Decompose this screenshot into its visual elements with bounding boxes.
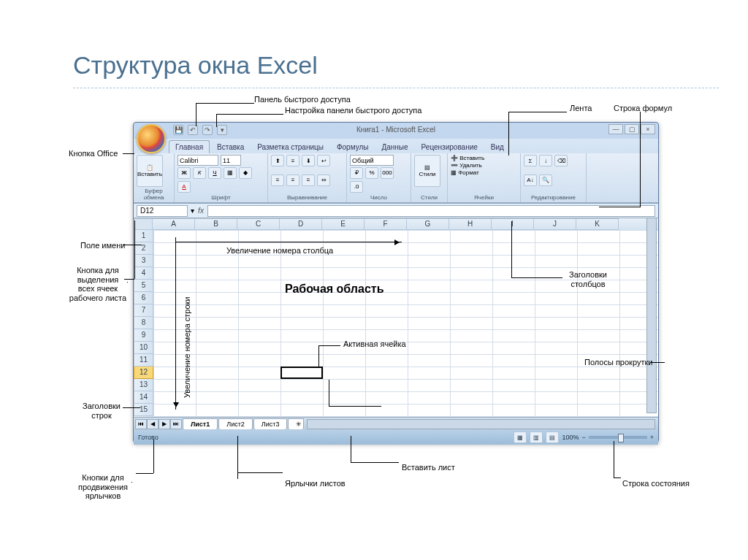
col-h[interactable]: H bbox=[449, 218, 492, 230]
bold-button[interactable]: Ж bbox=[178, 167, 191, 179]
col-b[interactable]: B bbox=[195, 218, 237, 230]
row-8[interactable]: 8 bbox=[134, 317, 153, 329]
percent-icon[interactable]: % bbox=[365, 167, 378, 179]
tab-review[interactable]: Рецензирование bbox=[416, 141, 484, 153]
underline-button[interactable]: Ч bbox=[208, 167, 221, 179]
row-7[interactable]: 7 bbox=[134, 304, 153, 317]
font-size-select[interactable] bbox=[221, 155, 241, 166]
row-12[interactable]: 12 bbox=[134, 367, 153, 379]
cell-grid[interactable]: Увеличение номера столбца Увеличение ном… bbox=[153, 230, 658, 417]
align-mid-icon[interactable]: ≡ bbox=[286, 155, 299, 166]
border-button[interactable]: ▦ bbox=[224, 167, 237, 179]
zoom-slider[interactable] bbox=[589, 436, 647, 439]
inc-decimal-icon[interactable]: .0 bbox=[350, 181, 363, 193]
vertical-scrollbar[interactable] bbox=[646, 218, 657, 413]
insert-sheet-button[interactable]: ✳ bbox=[288, 418, 304, 429]
row-3[interactable]: 3 bbox=[134, 255, 153, 267]
align-top-icon[interactable]: ⬆ bbox=[271, 155, 284, 166]
row-10[interactable]: 10 bbox=[134, 342, 153, 354]
italic-button[interactable]: К bbox=[193, 167, 206, 179]
zoom-out-button[interactable]: − bbox=[581, 434, 585, 441]
sheet-tab-3[interactable]: Лист3 bbox=[253, 418, 288, 429]
merge-icon[interactable]: ⇔ bbox=[317, 174, 330, 186]
callout-sheet-tabs: Ярлычки листов bbox=[285, 479, 346, 488]
font-name-select[interactable] bbox=[178, 155, 218, 166]
find-icon[interactable]: 🔍 bbox=[539, 174, 552, 186]
col-c[interactable]: C bbox=[237, 218, 280, 230]
row-1[interactable]: 1 bbox=[134, 230, 153, 242]
minimize-button[interactable]: — bbox=[608, 124, 623, 134]
col-i[interactable]: I bbox=[492, 218, 534, 230]
align-left-icon[interactable]: ≡ bbox=[271, 174, 284, 186]
styles-button[interactable]: ▤Стили bbox=[414, 155, 440, 187]
clear-icon[interactable]: ⌫ bbox=[554, 155, 568, 166]
view-normal-icon[interactable]: ▦ bbox=[514, 431, 527, 443]
paste-button[interactable]: 📋Вставить bbox=[137, 155, 163, 187]
view-break-icon[interactable]: ▤ bbox=[546, 431, 559, 443]
col-k[interactable]: K bbox=[576, 218, 619, 230]
undo-icon[interactable]: ↶ bbox=[188, 125, 198, 135]
insert-cells-button[interactable]: ➕ Вставить bbox=[451, 155, 484, 161]
currency-icon[interactable]: ₽ bbox=[350, 167, 363, 179]
select-all-corner[interactable] bbox=[134, 218, 153, 230]
maximize-button[interactable]: ▢ bbox=[625, 124, 639, 134]
view-layout-icon[interactable]: ▥ bbox=[530, 431, 543, 443]
group-font: Шрифт bbox=[178, 193, 264, 201]
zoom-in-button[interactable]: + bbox=[650, 434, 654, 441]
fill-color-button[interactable]: ◆ bbox=[239, 167, 252, 179]
wrap-text-icon[interactable]: ↩ bbox=[317, 155, 330, 166]
row-4[interactable]: 4 bbox=[134, 267, 153, 280]
name-box[interactable] bbox=[137, 205, 188, 217]
col-d[interactable]: D bbox=[280, 218, 322, 230]
row-9[interactable]: 9 bbox=[134, 329, 153, 342]
tab-page-layout[interactable]: Разметка страницы bbox=[251, 141, 329, 153]
tab-formulas[interactable]: Формулы bbox=[331, 141, 375, 153]
sheet-tab-1[interactable]: Лист1 bbox=[183, 418, 218, 429]
fill-icon[interactable]: ↓ bbox=[539, 155, 552, 166]
col-e[interactable]: E bbox=[322, 218, 365, 230]
align-center-icon[interactable]: ≡ bbox=[286, 174, 299, 186]
worksheet-area: A B C D E F G H I J K 1 2 3 4 5 6 7 8 9 … bbox=[134, 218, 658, 430]
active-cell[interactable] bbox=[280, 367, 323, 379]
comma-icon[interactable]: 000 bbox=[381, 167, 394, 179]
autosum-icon[interactable]: Σ bbox=[524, 155, 537, 166]
save-icon[interactable]: 💾 bbox=[173, 125, 183, 135]
align-right-icon[interactable]: ≡ bbox=[302, 174, 315, 186]
row-15[interactable]: 15 bbox=[134, 404, 153, 416]
nav-next-icon[interactable]: ▶ bbox=[159, 419, 170, 429]
col-j[interactable]: J bbox=[534, 218, 576, 230]
group-number: Число bbox=[350, 193, 408, 201]
horizontal-scrollbar[interactable] bbox=[307, 419, 655, 429]
font-color-button[interactable]: A bbox=[178, 181, 191, 193]
tab-home[interactable]: Главная bbox=[169, 140, 210, 153]
number-format-select[interactable] bbox=[350, 155, 394, 166]
row-11[interactable]: 11 bbox=[134, 354, 153, 367]
fx-icon[interactable]: fx bbox=[194, 207, 207, 215]
sheet-tab-2[interactable]: Лист2 bbox=[218, 418, 253, 429]
tab-data[interactable]: Данные bbox=[375, 141, 413, 153]
delete-cells-button[interactable]: ➖ Удалить bbox=[451, 162, 482, 169]
col-g[interactable]: G bbox=[407, 218, 449, 230]
nav-prev-icon[interactable]: ◀ bbox=[147, 419, 159, 429]
row-13[interactable]: 13 bbox=[134, 379, 153, 391]
row-14[interactable]: 14 bbox=[134, 391, 153, 404]
align-bot-icon[interactable]: ⬇ bbox=[302, 155, 315, 166]
group-cells: Ячейки bbox=[451, 193, 517, 201]
close-button[interactable]: × bbox=[641, 124, 655, 134]
format-cells-button[interactable]: ▦ Формат bbox=[451, 169, 479, 176]
sort-icon[interactable]: A↓ bbox=[524, 174, 537, 186]
tab-view[interactable]: Вид bbox=[485, 141, 510, 153]
col-a[interactable]: A bbox=[153, 218, 195, 230]
quick-access-toolbar: 💾 ↶ ↷ ▾ bbox=[173, 125, 227, 135]
col-f[interactable]: F bbox=[365, 218, 407, 230]
nav-last-icon[interactable]: ⏭ bbox=[170, 419, 182, 429]
formula-input[interactable] bbox=[207, 205, 655, 217]
nav-first-icon[interactable]: ⏮ bbox=[135, 419, 147, 429]
office-button[interactable] bbox=[137, 124, 166, 153]
window-title: Книга1 - Microsoft Excel bbox=[356, 126, 435, 134]
tab-insert[interactable]: Вставка bbox=[211, 141, 250, 153]
redo-icon[interactable]: ↷ bbox=[202, 125, 213, 135]
row-5[interactable]: 5 bbox=[134, 280, 153, 292]
customize-qa-icon[interactable]: ▾ bbox=[217, 125, 227, 135]
row-6[interactable]: 6 bbox=[134, 292, 153, 304]
